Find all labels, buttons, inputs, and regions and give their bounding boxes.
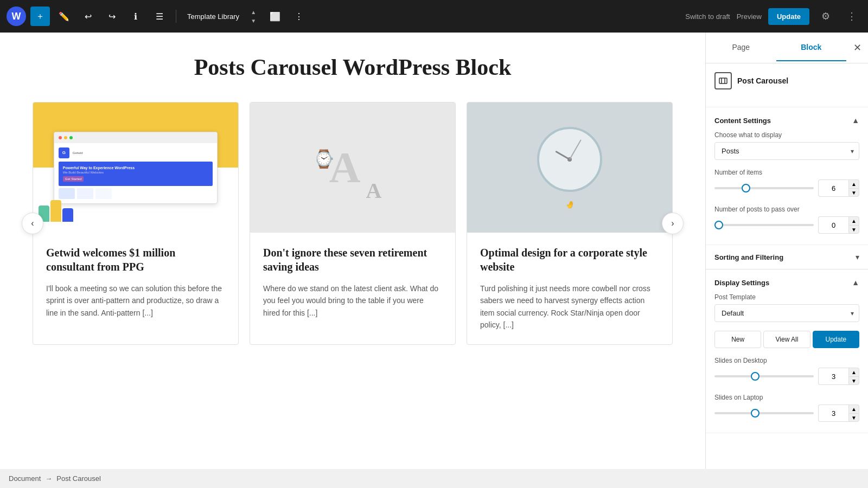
- tools-button[interactable]: ✏️: [54, 7, 74, 26]
- post-template-field: Post Template Default Template 1 Templat…: [714, 293, 859, 322]
- card-2: ⌚ A A Don't ignore these seven retiremen…: [250, 102, 456, 345]
- slides-laptop-down[interactable]: ▼: [848, 413, 859, 422]
- carousel-next-button[interactable]: ›: [662, 213, 684, 234]
- breadcrumb-current: Post Carousel: [56, 474, 101, 483]
- template-library-label: Template Library: [187, 12, 239, 21]
- letters-display: ⌚ A A: [329, 143, 376, 192]
- card-3: 🤚 Optimal design for a corporate style w…: [467, 102, 673, 345]
- template-view-all-button[interactable]: View All: [763, 331, 810, 348]
- expand-down-button[interactable]: ▼: [246, 17, 261, 24]
- slides-laptop-slider[interactable]: [714, 412, 814, 414]
- slides-laptop-label: Slides on Laptop: [714, 394, 859, 401]
- template-buttons-row: New View All Update: [714, 331, 859, 348]
- slides-laptop-up[interactable]: ▲: [848, 404, 859, 413]
- topbar-divider: [176, 10, 176, 23]
- card-1-excerpt: I'll book a meeting so we can solution t…: [46, 282, 225, 319]
- choose-what-field: Choose what to display Posts Pages Custo…: [714, 131, 859, 160]
- number-pass-input-group: 0 ▲ ▼: [818, 216, 859, 234]
- update-button[interactable]: Update: [768, 8, 809, 25]
- slides-laptop-slider-row: 3 ▲ ▼: [714, 404, 859, 422]
- card-1-title: Getwid welcomes $1 million consultant fr…: [46, 246, 225, 274]
- tab-block[interactable]: Block: [776, 34, 847, 61]
- slides-desktop-down[interactable]: ▼: [848, 376, 859, 385]
- main-layout: Posts Carousel WordPress Block ‹: [0, 33, 868, 469]
- number-items-stepper: ▲ ▼: [848, 179, 859, 197]
- carousel-wrapper: ‹ G: [33, 102, 673, 345]
- watch-letter: ⌚ A: [329, 143, 361, 192]
- card-3-title: Optimal design for a corporate style web…: [480, 246, 659, 274]
- right-panel: Page Block ✕ Post Carousel Content Setti: [705, 33, 868, 469]
- dot-yellow: [64, 136, 67, 139]
- slides-desktop-label: Slides on Desktop: [714, 357, 859, 364]
- settings-button[interactable]: ⚙: [816, 7, 835, 26]
- editor-area: Posts Carousel WordPress Block ‹: [0, 33, 705, 469]
- number-pass-down[interactable]: ▼: [848, 225, 859, 234]
- template-new-button[interactable]: New: [714, 331, 761, 348]
- number-items-up[interactable]: ▲: [848, 179, 859, 188]
- block-title-row: Post Carousel: [714, 72, 859, 89]
- add-block-button[interactable]: ＋: [30, 7, 50, 26]
- slides-desktop-up[interactable]: ▲: [848, 368, 859, 376]
- mock-fig-1: [59, 188, 75, 199]
- mock-figures: [59, 188, 213, 199]
- panel-close-button[interactable]: ✕: [846, 33, 868, 63]
- list-view-button[interactable]: ☰: [150, 7, 169, 26]
- number-pass-input[interactable]: 0: [818, 216, 848, 234]
- mock-fig-3: [95, 188, 112, 199]
- breadcrumb: Document → Post Carousel: [0, 469, 868, 488]
- number-items-label: Number of items: [714, 169, 859, 176]
- number-items-down[interactable]: ▼: [848, 188, 859, 197]
- undo-button[interactable]: ↩: [78, 7, 98, 26]
- mock-browser-bar: [54, 132, 217, 143]
- slides-desktop-input[interactable]: 3: [818, 368, 848, 385]
- post-carousel-icon: [714, 72, 732, 89]
- clock-minute-hand: [569, 139, 582, 159]
- choose-what-select-wrapper: Posts Pages Custom Post Type: [714, 142, 859, 160]
- redo-button[interactable]: ↪: [102, 7, 122, 26]
- post-template-select-wrapper: Default Template 1 Template 2: [714, 304, 859, 322]
- more-button[interactable]: ⋮: [842, 7, 861, 26]
- fullscreen-button[interactable]: ⬜: [265, 7, 285, 26]
- display-settings-header: Display Settings ▲: [714, 278, 859, 287]
- display-settings-toggle[interactable]: ▲: [852, 278, 859, 287]
- slides-desktop-slider[interactable]: [714, 375, 814, 377]
- preview-button[interactable]: Preview: [737, 12, 762, 21]
- svg-rect-0: [719, 78, 727, 84]
- panel-tabs-row: Page Block ✕: [706, 33, 868, 63]
- display-settings-title: Display Settings: [714, 279, 769, 287]
- breadcrumb-separator: →: [45, 474, 52, 483]
- expand-up-button[interactable]: ▲: [246, 8, 261, 16]
- sorting-filtering-toggle-icon: ▾: [856, 253, 859, 261]
- clock-hour-hand: [555, 150, 570, 160]
- info-button[interactable]: ℹ: [126, 7, 145, 26]
- number-pass-up[interactable]: ▲: [848, 216, 859, 225]
- card-3-body: Optimal design for a corporate style web…: [467, 233, 672, 344]
- template-update-button[interactable]: Update: [813, 331, 859, 348]
- card-image-2: ⌚ A A: [250, 102, 455, 233]
- choose-what-select[interactable]: Posts Pages Custom Post Type: [714, 142, 859, 160]
- hand-holding-caption: 🤚: [565, 201, 574, 209]
- tab-page[interactable]: Page: [706, 34, 776, 61]
- number-items-input[interactable]: 6: [818, 179, 848, 197]
- number-of-items-field: Number of items 6 ▲ ▼: [714, 169, 859, 197]
- page-title: Posts Carousel WordPress Block: [33, 54, 673, 80]
- switch-draft-button[interactable]: Switch to draft: [685, 12, 730, 21]
- sorting-filtering-header[interactable]: Sorting and Filtering ▾: [706, 245, 868, 269]
- number-items-slider[interactable]: [714, 187, 814, 189]
- breadcrumb-document[interactable]: Document: [9, 474, 41, 483]
- slides-laptop-input[interactable]: 3: [818, 404, 848, 422]
- post-template-select[interactable]: Default Template 1 Template 2: [714, 304, 859, 322]
- expand-controls: ▲ ▼: [246, 8, 261, 24]
- slides-laptop-field: Slides on Laptop 3 ▲ ▼: [714, 394, 859, 422]
- number-pass-slider-row: 0 ▲ ▼: [714, 216, 859, 234]
- content-settings-title: Content Settings: [714, 117, 771, 125]
- number-pass-slider[interactable]: [714, 224, 814, 226]
- card-2-excerpt: Where do we stand on the latest client a…: [263, 282, 442, 319]
- post-carousel-svg: [719, 76, 727, 85]
- mock-browser: G Getwid Powerful Way to Experience Word…: [54, 132, 218, 204]
- content-settings-toggle[interactable]: ▲: [852, 116, 859, 125]
- more-options-topbar-button[interactable]: ⋮: [289, 7, 309, 26]
- number-pass-stepper: ▲ ▼: [848, 216, 859, 234]
- carousel-prev-button[interactable]: ‹: [22, 213, 43, 234]
- content-settings-section: Content Settings ▲ Choose what to displa…: [706, 107, 868, 245]
